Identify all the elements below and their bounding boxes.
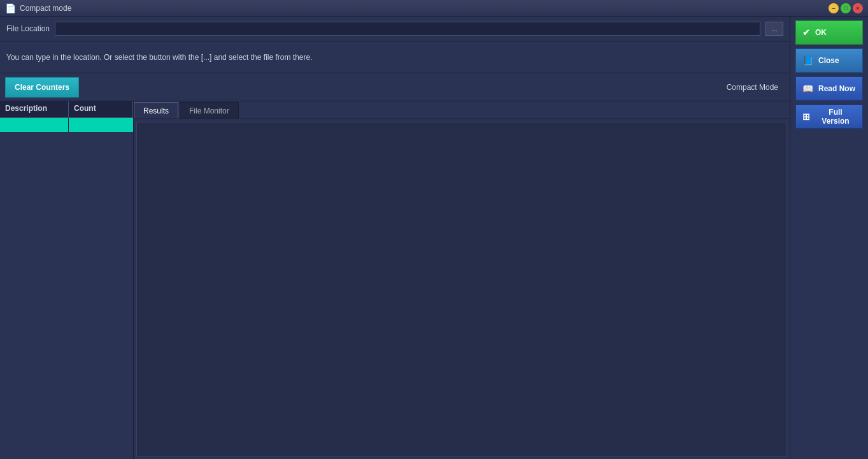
titlebar-controls: – □ × [829,3,863,13]
tabs-row: Results File Monitor [134,101,790,119]
full-version-button[interactable]: ⊞ Full Version [795,105,863,129]
table-cell-description [0,118,69,132]
close-label: Close [818,56,839,65]
ok-button[interactable]: ✔ OK [795,20,863,45]
close-icon: 📘 [802,55,813,66]
col-description-header: Description [0,101,69,117]
right-panel: Results File Monitor [134,101,790,459]
file-location-label: File Location [6,24,50,33]
file-location-row: File Location ... [0,17,790,41]
close-button[interactable]: 📘 Close [795,48,863,73]
left-panel: File Location ... You can type in the lo… [0,17,790,459]
ok-label: OK [815,28,827,37]
main-area: File Location ... You can type in the lo… [0,17,868,459]
results-area [136,122,787,456]
read-now-label: Read Now [818,84,855,93]
full-version-label: Full Version [815,108,856,126]
table-header: Description Count [0,101,133,118]
maximize-button[interactable]: □ [841,3,851,13]
titlebar-left: 📄 Compact mode [5,3,71,13]
full-version-icon: ⊞ [802,112,810,122]
content-area: Description Count Results F [0,101,790,459]
browse-button[interactable]: ... [765,22,783,36]
minimize-button[interactable]: – [829,3,839,13]
compact-mode-label: Compact Mode [727,83,778,92]
help-text: You can type in the location. Or select … [0,41,790,73]
right-sidebar: ✔ OK 📘 Close 📖 Read Now ⊞ Full Version [790,17,868,459]
ok-icon: ✔ [802,27,810,38]
clear-counters-button[interactable]: Clear Counters [5,77,79,98]
window-title: Compact mode [20,4,71,13]
table-row [0,118,133,132]
left-table: Description Count [0,101,134,459]
col-count-header: Count [69,101,133,117]
tab-file-monitor[interactable]: File Monitor [180,102,239,119]
close-window-button[interactable]: × [853,3,863,13]
tab-results[interactable]: Results [134,102,178,119]
file-location-input[interactable] [55,22,760,36]
titlebar: 📄 Compact mode – □ × [0,0,868,17]
table-cell-count [69,118,133,132]
read-now-icon: 📖 [802,84,813,94]
toolbar-row: Clear Counters Compact Mode [0,73,790,101]
read-now-button[interactable]: 📖 Read Now [795,76,863,101]
table-body [0,118,133,459]
app-icon: 📄 [5,3,16,13]
